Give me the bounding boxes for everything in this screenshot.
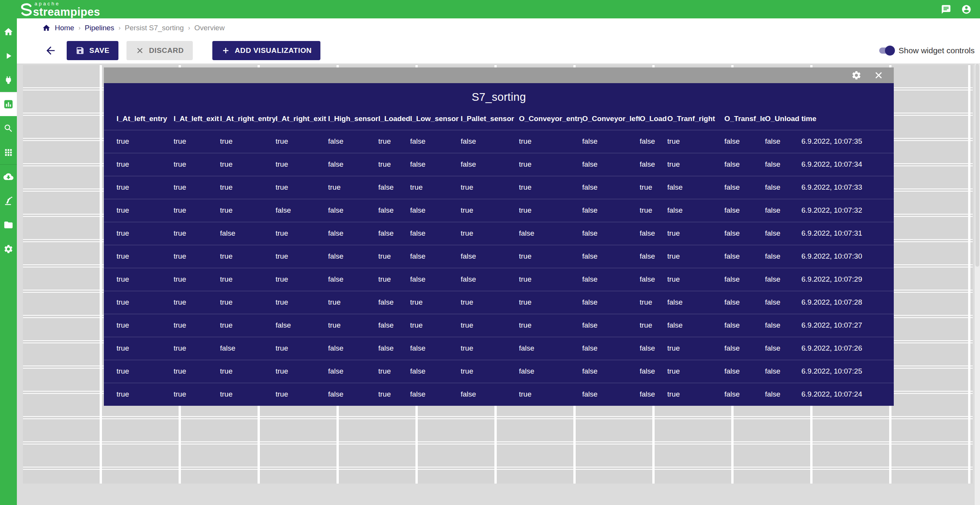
table-cell: false bbox=[724, 268, 765, 291]
table-cell: true bbox=[220, 153, 276, 176]
table-cell: false bbox=[582, 222, 640, 245]
table-cell: false bbox=[410, 360, 461, 383]
breadcrumb-item[interactable]: Pipelines bbox=[85, 24, 114, 32]
table-cell: false bbox=[461, 268, 519, 291]
table-cell: true bbox=[276, 130, 328, 153]
table-cell: true bbox=[667, 153, 724, 176]
table-cell: true bbox=[174, 245, 220, 268]
table-cell: false bbox=[461, 245, 519, 268]
sidebar-item-files[interactable] bbox=[0, 213, 17, 237]
breadcrumb-separator: › bbox=[188, 25, 190, 31]
widget-settings-gear-icon[interactable] bbox=[851, 70, 862, 80]
table-cell: false bbox=[765, 383, 801, 406]
table-row: truetruetruetruefalsetruefalsefalsetruef… bbox=[104, 153, 894, 176]
table-cell: false bbox=[640, 268, 667, 291]
account-icon[interactable] bbox=[961, 4, 972, 15]
table-cell: true bbox=[378, 360, 410, 383]
table-cell: true bbox=[104, 291, 174, 314]
table-cell: false bbox=[724, 314, 765, 337]
table-cell: true bbox=[640, 314, 667, 337]
widget-controls-toggle-wrap: Show widget controls bbox=[879, 46, 975, 55]
table-cell: 6.9.2022, 10:07:35 bbox=[801, 130, 894, 153]
table-cell: false bbox=[724, 176, 765, 199]
breadcrumb: Home›Pipelines›Persist S7_sorting›Overvi… bbox=[17, 18, 980, 38]
sidebar-item-app-overview[interactable] bbox=[0, 140, 17, 164]
table-cell: false bbox=[328, 245, 378, 268]
table-cell: 6.9.2022, 10:07:29 bbox=[801, 268, 894, 291]
table-cell: false bbox=[410, 268, 461, 291]
table-cell: true bbox=[276, 153, 328, 176]
column-header: I_Loaded bbox=[378, 108, 410, 130]
table-cell: false bbox=[220, 337, 276, 360]
table-cell: false bbox=[765, 222, 801, 245]
table-cell: true bbox=[328, 291, 378, 314]
table-cell: true bbox=[276, 245, 328, 268]
home-icon bbox=[3, 27, 13, 37]
table-cell: false bbox=[640, 130, 667, 153]
column-header: O_Transf_left bbox=[724, 108, 765, 130]
sidebar-item-pipelines[interactable] bbox=[0, 44, 17, 68]
sidebar-item-settings[interactable] bbox=[0, 237, 17, 261]
table-cell: false bbox=[519, 360, 582, 383]
table-cell: true bbox=[220, 268, 276, 291]
back-button[interactable] bbox=[44, 44, 57, 57]
table-cell: true bbox=[220, 314, 276, 337]
sidebar-item-install-pipeline-elements[interactable] bbox=[0, 164, 17, 189]
table-cell: 6.9.2022, 10:07:27 bbox=[801, 314, 894, 337]
sidebar-item-asset-management[interactable] bbox=[0, 189, 17, 213]
sidebar-item-dashboard[interactable] bbox=[0, 92, 17, 116]
discard-button[interactable]: DISCARD bbox=[126, 41, 193, 60]
table-cell: false bbox=[461, 383, 519, 406]
table-cell: false bbox=[765, 268, 801, 291]
logo-apache-text: apache bbox=[34, 1, 100, 6]
table-cell: true bbox=[640, 176, 667, 199]
table-cell: 6.9.2022, 10:07:34 bbox=[801, 153, 894, 176]
table-cell: false bbox=[724, 245, 765, 268]
pipelines-icon bbox=[3, 51, 13, 61]
table-cell: true bbox=[519, 383, 582, 406]
table-cell: false bbox=[410, 383, 461, 406]
streampipes-logo[interactable]: apache streampipes bbox=[17, 0, 100, 18]
table-cell: true bbox=[328, 314, 378, 337]
plus-icon bbox=[221, 46, 230, 55]
table-row: truetruetruetruefalsetruefalsefalsetruef… bbox=[104, 130, 894, 153]
breadcrumb-item[interactable]: Home bbox=[55, 24, 74, 32]
table-cell: true bbox=[461, 199, 519, 222]
table-cell: true bbox=[461, 337, 519, 360]
table-cell: false bbox=[328, 222, 378, 245]
table-cell: false bbox=[724, 222, 765, 245]
widget-header[interactable] bbox=[104, 67, 894, 83]
chat-icon[interactable] bbox=[941, 4, 951, 15]
save-button[interactable]: SAVE bbox=[67, 41, 118, 60]
app-overview-icon bbox=[3, 148, 13, 157]
table-cell: false bbox=[640, 383, 667, 406]
table-cell: false bbox=[378, 222, 410, 245]
column-header: I_At_left_exit bbox=[174, 108, 220, 130]
table-cell: false bbox=[328, 199, 378, 222]
home-icon[interactable] bbox=[42, 24, 51, 32]
scrollbar[interactable] bbox=[975, 64, 980, 505]
table-cell: true bbox=[461, 291, 519, 314]
show-widget-controls-toggle[interactable] bbox=[879, 48, 894, 54]
add-visualization-button[interactable]: ADD VISUALIZATION bbox=[212, 41, 321, 60]
widget-close-icon[interactable] bbox=[873, 70, 884, 80]
table-cell: false bbox=[667, 314, 724, 337]
table-cell: false bbox=[724, 153, 765, 176]
scrollbar-thumb[interactable] bbox=[975, 64, 979, 267]
table-cell: false bbox=[765, 291, 801, 314]
topbar-actions bbox=[941, 4, 972, 15]
table-cell: false bbox=[640, 222, 667, 245]
table-cell: false bbox=[765, 360, 801, 383]
breadcrumb-separator: › bbox=[118, 25, 120, 31]
table-cell: false bbox=[765, 130, 801, 153]
table-cell: false bbox=[276, 314, 328, 337]
top-bar: apache streampipes bbox=[0, 0, 980, 18]
table-cell: 6.9.2022, 10:07:31 bbox=[801, 222, 894, 245]
table-cell: true bbox=[220, 245, 276, 268]
table-cell: true bbox=[104, 153, 174, 176]
table-header-row: I_At_left_entryI_At_left_exitI_At_right_… bbox=[104, 108, 894, 130]
table-widget: S7_sorting I_At_left_entryI_At_left_exit… bbox=[104, 67, 894, 406]
sidebar-item-data-explorer[interactable] bbox=[0, 116, 17, 140]
sidebar-item-connect[interactable] bbox=[0, 68, 17, 92]
sidebar-item-home[interactable] bbox=[0, 20, 17, 44]
